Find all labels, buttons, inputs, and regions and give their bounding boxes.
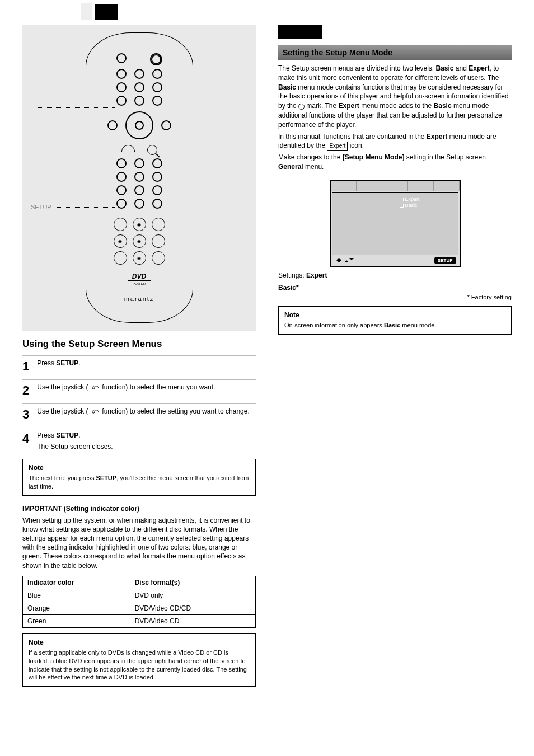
note-box-2: Note If a setting applicable only to DVD… xyxy=(22,633,256,687)
brand-label: marantz xyxy=(97,295,181,302)
section-tab xyxy=(95,4,118,20)
table-head-format: Disc format(s) xyxy=(130,576,255,589)
table-row: Blue DVD only xyxy=(23,589,256,602)
note-2-body: If a setting applicable only to DVDs is … xyxy=(29,649,250,682)
step-3-number: 3 xyxy=(22,407,29,422)
step-3-text: Use the joystick ( function) to select t… xyxy=(37,407,250,415)
menu-mode-heading: Setting the Setup Menu Mode xyxy=(278,45,512,60)
dvd-logo: DVD xyxy=(128,273,151,281)
cell: Green xyxy=(23,614,130,627)
osd-option-basic: Basic xyxy=(400,203,419,209)
remote-control: ◉ ◉◉ ◉ DVD PLAYER marantz xyxy=(86,32,193,323)
osd-options: Expert Basic xyxy=(400,196,419,209)
table-row: Green DVD/Video CD xyxy=(23,614,256,627)
using-setup-heading: Using the Setup Screen Menus xyxy=(22,339,256,350)
settings-label: Settings: Expert xyxy=(278,271,512,279)
step-2-text: Use the joystick ( function) to select t… xyxy=(37,383,215,391)
factory-setting: * Factory setting xyxy=(278,294,512,300)
osd-option-expert: Expert xyxy=(400,196,419,203)
table-head-indicator: Indicator color xyxy=(23,576,130,589)
osd-screenshot: Expert Basic SETUP xyxy=(330,180,461,267)
step-4-text: Press SETUP. The Setup screen closes. xyxy=(37,431,113,450)
para-3: Make changes to the [Setup Menu Mode] se… xyxy=(278,153,512,172)
para-1: The Setup screen menus are divided into … xyxy=(278,64,512,130)
remote-illustration: ◉ ◉◉ ◉ DVD PLAYER marantz SETUP xyxy=(22,25,256,331)
joystick-icon xyxy=(125,111,153,139)
cell: Blue xyxy=(23,589,130,602)
cell: DVD/Video CD xyxy=(130,614,255,627)
svg-point-0 xyxy=(92,387,95,389)
info-mark-icon xyxy=(298,104,305,110)
note-r-body: On-screen information only appears Basic… xyxy=(284,321,505,330)
expert-badge-icon: Expert xyxy=(327,142,348,151)
cell: DVD only xyxy=(130,589,255,602)
svg-point-1 xyxy=(92,411,95,413)
step-1-number: 1 xyxy=(22,359,29,374)
note-1-title: Note xyxy=(29,464,250,472)
page-number-ghost xyxy=(81,3,92,20)
note-box-right: Note On-screen information only appears … xyxy=(278,306,512,335)
step-1-text: Press SETUP. xyxy=(37,359,80,367)
callout-joystick xyxy=(29,104,34,111)
cell: DVD/Video CD/CD xyxy=(130,602,255,614)
left-right-icon xyxy=(90,384,100,391)
step-4-sub: The Setup screen closes. xyxy=(37,443,113,450)
note-1-body: The next time you press SETUP, you'll se… xyxy=(29,474,250,491)
osd-setup-label: SETUP xyxy=(434,257,456,264)
step-4-number: 4 xyxy=(22,431,29,446)
dvd-sublogo: PLAYER xyxy=(97,282,181,285)
color-subheading: IMPORTANT (Setting indicator color) xyxy=(22,505,256,513)
para-2: In this manual, functions that are conta… xyxy=(278,132,512,151)
nav-arrows-icon xyxy=(334,258,354,262)
note-box-1: Note The next time you press SETUP, you'… xyxy=(22,459,256,496)
note-2-title: Note xyxy=(29,638,250,646)
color-body: When setting up the system, or when maki… xyxy=(22,516,256,570)
table-row: Orange DVD/Video CD/CD xyxy=(23,602,256,614)
settings-basic: Basic* xyxy=(278,284,512,292)
note-r-title: Note xyxy=(284,311,505,319)
up-down-icon xyxy=(90,408,100,415)
general-chip xyxy=(278,25,322,39)
step-2-number: 2 xyxy=(22,383,29,398)
cell: Orange xyxy=(23,602,130,614)
format-table: Indicator color Disc format(s) Blue DVD … xyxy=(22,576,256,628)
callout-setup: SETUP xyxy=(29,204,53,210)
